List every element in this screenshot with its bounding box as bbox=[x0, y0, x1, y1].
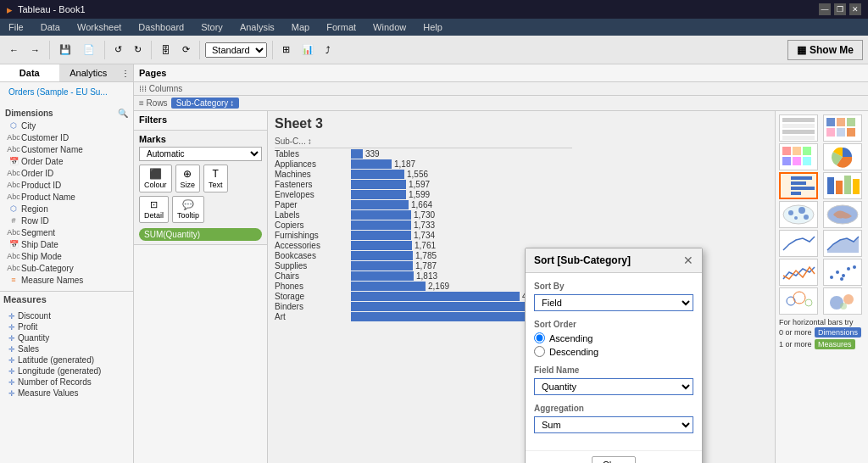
aggregation-select[interactable]: Sum Average Count bbox=[534, 416, 693, 433]
maximize-button[interactable]: ❐ bbox=[834, 3, 846, 15]
dim-ship-date[interactable]: 📅 Ship Date bbox=[5, 238, 128, 250]
toolbar: ← → 💾 📄 ↺ ↻ 🗄 ⟳ Standard ⊞ 📊 ⤴ ▦ Show Me bbox=[0, 36, 868, 64]
dim-product-name[interactable]: Abc Product Name bbox=[5, 191, 128, 203]
clear-button[interactable]: Clear bbox=[592, 456, 636, 463]
show-me-button[interactable]: ▦ Show Me bbox=[787, 40, 863, 60]
menu-format[interactable]: Format bbox=[323, 20, 359, 34]
svg-rect-13 bbox=[803, 147, 811, 155]
menu-data[interactable]: Data bbox=[37, 20, 64, 34]
chart-button[interactable]: 📊 bbox=[298, 42, 318, 58]
data-source-label[interactable]: Orders (Sample - EU Su... bbox=[5, 86, 128, 98]
dim-order-date[interactable]: 📅 Order Date bbox=[5, 155, 128, 167]
back-button[interactable]: ← bbox=[5, 42, 23, 58]
minimize-button[interactable]: — bbox=[819, 3, 831, 15]
measure-records[interactable]: ✛ Number of Records bbox=[5, 377, 128, 388]
save-button[interactable]: 💾 bbox=[55, 42, 75, 58]
detail-button[interactable]: ⊡ Detail bbox=[139, 196, 169, 223]
dialog-close-button[interactable]: ✕ bbox=[683, 254, 693, 267]
text-button[interactable]: T Text bbox=[203, 165, 228, 192]
field-name-select[interactable]: Quantity Sales Profit Discount bbox=[534, 378, 693, 395]
share-button[interactable]: ⤴ bbox=[321, 42, 335, 58]
marks-title: Marks bbox=[139, 134, 262, 144]
tooltip-button[interactable]: 💬 Tooltip bbox=[172, 196, 204, 223]
chart-scatter[interactable] bbox=[823, 259, 862, 286]
forward-button[interactable]: → bbox=[26, 42, 44, 58]
chart-dual-line[interactable] bbox=[779, 259, 818, 286]
main-layout: Data Analytics ⋮ Orders (Sample - EU Su.… bbox=[0, 64, 868, 463]
ascending-radio[interactable] bbox=[534, 332, 545, 343]
svg-rect-12 bbox=[793, 147, 801, 155]
svg-rect-8 bbox=[826, 128, 835, 137]
sort-by-select[interactable]: Field Data source order Alphabetic bbox=[534, 294, 693, 311]
chart-circle-view[interactable] bbox=[779, 287, 818, 315]
chart-bubble[interactable] bbox=[823, 287, 862, 315]
chart-stacked-bars[interactable] bbox=[823, 172, 862, 199]
chart-horizontal-bars[interactable] bbox=[779, 172, 818, 199]
refresh-button[interactable]: ⟳ bbox=[178, 42, 194, 58]
measures-title: Measures bbox=[0, 291, 133, 307]
menu-file[interactable]: File bbox=[5, 20, 27, 34]
mark-type-select[interactable]: Standard bbox=[205, 42, 267, 58]
new-button[interactable]: 📄 bbox=[79, 42, 99, 58]
dim-product-id[interactable]: Abc Product ID bbox=[5, 179, 128, 191]
menu-help[interactable]: Help bbox=[420, 20, 446, 34]
svg-rect-4 bbox=[782, 136, 815, 140]
dim-customer-id[interactable]: Abc Customer ID bbox=[5, 131, 128, 143]
menu-dashboard[interactable]: Dashboard bbox=[135, 20, 187, 34]
measure-latitude[interactable]: ✛ Latitude (generated) bbox=[5, 354, 128, 365]
undo-button[interactable]: ↺ bbox=[110, 42, 126, 58]
chart-symbol-map[interactable] bbox=[779, 201, 818, 228]
new-datasource-button[interactable]: 🗄 bbox=[157, 42, 175, 58]
dim-city[interactable]: ⬡ City bbox=[5, 120, 128, 131]
sub-category-pill[interactable]: Sub-Category ↕ bbox=[171, 98, 240, 109]
chart-highlight-table[interactable] bbox=[779, 143, 818, 170]
show-me-label: Show Me bbox=[810, 44, 854, 56]
measure-values[interactable]: ✛ Measure Values bbox=[5, 388, 128, 399]
colour-button[interactable]: ⬛ Colour bbox=[139, 165, 172, 192]
dim-ship-mode[interactable]: Abc Ship Mode bbox=[5, 250, 128, 262]
dim-sub-category[interactable]: Abc Sub-Category bbox=[5, 262, 128, 274]
tab-data[interactable]: Data bbox=[0, 64, 59, 81]
dim-order-id[interactable]: Abc Order ID bbox=[5, 167, 128, 179]
measure-longitude[interactable]: ✛ Longitude (generated) bbox=[5, 365, 128, 377]
dim-row-id[interactable]: # Row ID bbox=[5, 215, 128, 226]
right-panel: For horizontal bars try 0 or more Dimens… bbox=[775, 111, 868, 463]
panel-options-button[interactable]: ⋮ bbox=[118, 64, 133, 81]
measure-profit[interactable]: ✛ Profit bbox=[5, 321, 128, 332]
chart-filled-map[interactable] bbox=[823, 201, 862, 228]
menu-map[interactable]: Map bbox=[288, 20, 313, 34]
close-button[interactable]: ✕ bbox=[849, 3, 861, 15]
dim-customer-name[interactable]: Abc Customer Name bbox=[5, 143, 128, 155]
menu-analysis[interactable]: Analysis bbox=[236, 20, 278, 34]
chart-line[interactable] bbox=[779, 230, 818, 257]
tab-analytics[interactable]: Analytics bbox=[59, 64, 119, 81]
measure-sales[interactable]: ✛ Sales bbox=[5, 343, 128, 354]
abc-icon-4: Abc bbox=[8, 180, 19, 190]
menu-window[interactable]: Window bbox=[370, 20, 409, 34]
size-button[interactable]: ⊕ Size bbox=[175, 165, 201, 192]
svg-rect-24 bbox=[844, 176, 851, 194]
abc-icon-6: Abc bbox=[8, 227, 19, 237]
dim-measure-names[interactable]: ≡ Measure Names bbox=[5, 274, 128, 286]
marks-type-select[interactable]: Automatic bbox=[139, 147, 262, 161]
dialog-header: Sort [Sub-Category] ✕ bbox=[526, 248, 702, 273]
chart-area[interactable] bbox=[823, 230, 862, 257]
descending-radio[interactable] bbox=[534, 346, 545, 357]
fit-button[interactable]: ⊞ bbox=[278, 42, 294, 58]
measure-quantity[interactable]: ✛ Quantity bbox=[5, 332, 128, 343]
svg-rect-22 bbox=[827, 177, 834, 194]
menu-story[interactable]: Story bbox=[198, 20, 226, 34]
sum-quantity-pill[interactable]: SUM(Quantity) bbox=[139, 228, 262, 241]
dim-segment[interactable]: Abc Segment bbox=[5, 226, 128, 238]
dim-region[interactable]: ⬡ Region bbox=[5, 203, 128, 215]
ascending-option[interactable]: Ascending bbox=[534, 332, 693, 343]
measure-discount[interactable]: ✛ Discount bbox=[5, 310, 128, 321]
chart-heat-map[interactable] bbox=[823, 114, 862, 142]
chart-pie[interactable] bbox=[823, 143, 862, 170]
menu-worksheet[interactable]: Worksheet bbox=[74, 20, 125, 34]
descending-option[interactable]: Descending bbox=[534, 346, 693, 357]
chart-text-table[interactable] bbox=[779, 114, 818, 142]
redo-button[interactable]: ↻ bbox=[130, 42, 146, 58]
measure-icon-2: ✛ bbox=[8, 323, 15, 332]
dimensions-search-icon[interactable]: 🔍 bbox=[118, 109, 128, 118]
